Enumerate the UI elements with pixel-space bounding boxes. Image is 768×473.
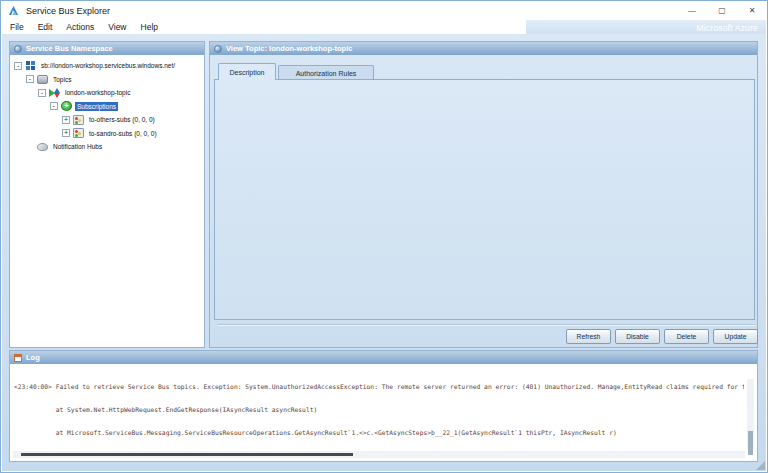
tree-item-to-others-subs[interactable]: + to-others-subs (0, 0, 0) [10,113,204,127]
tree-item-label[interactable]: Subscriptions [75,102,118,111]
tree-item-namespace[interactable]: - sb://london-workshop.servicebus.window… [10,59,204,73]
tree-item-label[interactable]: to-others-subs (0, 0, 0) [87,115,157,124]
subscription-icon [73,115,84,125]
window-resize-grip[interactable] [756,461,765,470]
subscription-icon [73,128,84,138]
button-divider [218,324,755,325]
tab-description-label: Description [229,69,264,76]
log-line: at System.Net.HttpWebRequest.EndGetRespo… [14,406,744,414]
namespace-tree: - sb://london-workshop.servicebus.window… [10,55,204,347]
close-button[interactable]: ✕ [737,1,767,20]
tree-item-to-sandro-subs[interactable]: + to-sandro-subs (0, 0, 0) [10,127,204,141]
log-panel-header: Log [10,351,757,364]
app-icon [8,5,19,16]
disable-button[interactable]: Disable [615,329,660,344]
window-title: Service Bus Explorer [26,6,110,16]
menu-edit[interactable]: Edit [31,22,60,32]
namespace-panel-header: Service Bus Namespace [10,42,204,55]
refresh-button[interactable]: Refresh [566,329,611,344]
log-body: <23:40:00> Failed to retrieve Service Bu… [11,364,756,460]
menu-file[interactable]: File [2,22,31,32]
collapse-icon[interactable]: - [26,75,34,83]
tree-item-topics[interactable]: - Topics [10,73,204,87]
update-button[interactable]: Update [713,329,758,344]
window-controls: — ▢ ✕ [677,1,767,20]
description-tab-content [214,79,755,320]
namespace-grid-icon [25,61,36,71]
scrollbar-thumb[interactable] [748,431,753,455]
delete-button[interactable]: Delete [664,329,709,344]
tree-item-label[interactable]: Topics [51,75,73,84]
view-topic-panel: View Topic: london-workshop-topic Descri… [209,41,758,348]
globe-icon [14,45,22,53]
expand-icon[interactable]: + [62,129,70,137]
scrollbar-thumb[interactable] [21,453,353,456]
tree-item-label[interactable]: sb://london-workshop.servicebus.windows.… [39,61,177,70]
subscriptions-add-icon: + [61,101,72,111]
maximize-button[interactable]: ▢ [707,1,737,20]
tree-item-label[interactable]: Notification Hubs [51,142,104,151]
tree-item-notification-hubs[interactable]: Notification Hubs [10,140,204,154]
tree-item-label[interactable]: london-workshop-topic [63,88,132,97]
globe-icon [214,45,222,53]
tree-item-label[interactable]: to-sandro-subs (0, 0, 0) [87,129,159,138]
namespace-panel-title: Service Bus Namespace [26,44,113,53]
collapse-icon[interactable]: - [14,62,22,70]
log-panel-title: Log [26,353,40,362]
log-line: <23:40:00> Failed to retrieve Service Bu… [14,383,744,391]
menu-help[interactable]: Help [134,22,165,32]
topic-icon [49,88,60,98]
tab-description[interactable]: Description [218,63,276,80]
tab-authorization-rules-label: Authorization Rules [296,70,357,77]
azure-banner: Microsoft Azure [526,20,766,35]
tree-item-topic[interactable]: - london-workshop-topic [10,86,204,100]
app-window: Service Bus Explorer — ▢ ✕ File Edit Act… [0,0,768,473]
title-bar: Service Bus Explorer — ▢ ✕ [1,1,767,20]
collapse-icon[interactable]: - [38,89,46,97]
menu-view[interactable]: View [101,22,133,32]
collapse-icon[interactable]: - [50,102,58,110]
tab-authorization-rules[interactable]: Authorization Rules [278,65,374,80]
tree-item-subscriptions[interactable]: - + Subscriptions [10,100,204,114]
view-topic-panel-title: View Topic: london-workshop-topic [226,44,352,53]
log-horizontal-scrollbar[interactable] [13,451,745,458]
notification-hubs-icon [37,143,48,151]
menu-actions[interactable]: Actions [59,22,101,32]
azure-brand-label: Microsoft Azure [696,23,758,33]
namespace-panel: Service Bus Namespace - sb://london-work… [9,41,205,348]
log-panel: Log <23:40:00> Failed to retrieve Servic… [9,350,758,462]
view-topic-panel-header: View Topic: london-workshop-topic [210,42,757,55]
log-icon [14,354,22,362]
log-line: at Microsoft.ServiceBus.Messaging.Servic… [14,429,744,437]
log-lines: <23:40:00> Failed to retrieve Service Bu… [14,367,744,450]
log-vertical-scrollbar[interactable] [747,379,754,449]
expand-icon[interactable]: + [62,116,70,124]
minimize-button[interactable]: — [677,1,707,20]
topics-icon [37,75,48,84]
